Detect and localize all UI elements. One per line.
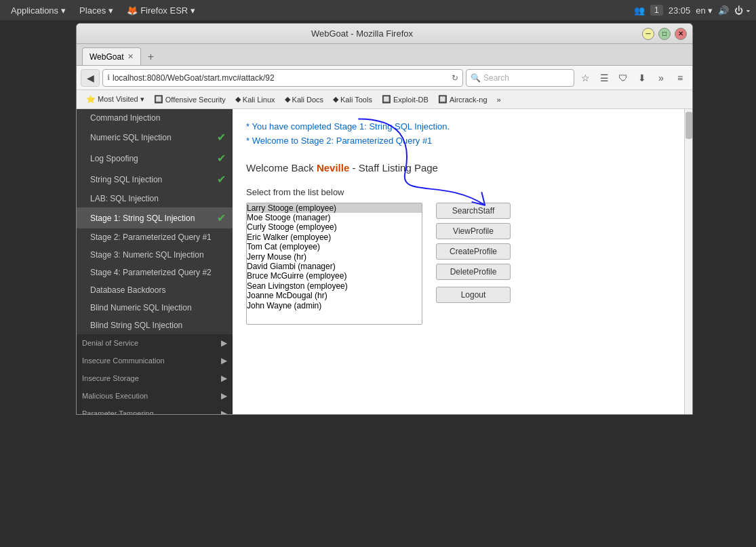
firefox-label: Firefox ESR — [140, 5, 188, 16]
page-title-text: - Staff Listing Page — [352, 162, 437, 174]
power-icon[interactable]: ⏻ ▾ — [734, 5, 751, 16]
search-placeholder: Search — [483, 73, 509, 83]
time-display: 23:05 — [669, 5, 691, 16]
bookmark-offensive-security[interactable]: 🔲 Offensive Security — [150, 94, 230, 105]
stage2-welcome-text: * Welcome to Stage 2: Parameterized Quer… — [246, 134, 671, 148]
scrollbar-thumb[interactable] — [685, 112, 692, 139]
welcome-section: Welcome Back Neville - Staff Listing Pag… — [246, 162, 671, 174]
more-tools-icon[interactable]: » — [653, 70, 669, 86]
most-visited-label: Most Visited ▾ — [98, 95, 144, 104]
tab-close-icon[interactable]: ✕ — [127, 52, 134, 61]
applications-menu[interactable]: Applications ▾ — [5, 4, 71, 17]
kali-docs-icon: ◆ — [285, 95, 290, 104]
logout-button[interactable]: Logout — [436, 287, 511, 303]
new-tab-button[interactable]: + — [142, 49, 159, 65]
staff-list-select[interactable]: Larry Stooge (employee)Moe Stooge (manag… — [246, 203, 422, 325]
welcome-text: Welcome Back — [246, 162, 317, 174]
sidebar-item-stage4[interactable]: Stage 4: Parameterized Query #2 — [77, 264, 233, 281]
reading-list-icon[interactable]: ☰ — [596, 70, 612, 86]
sidebar-item-stage1[interactable]: Stage 1: String SQL Injection ✔ — [77, 207, 233, 228]
username-text: Neville — [317, 162, 349, 174]
maximize-button[interactable]: □ — [658, 28, 671, 40]
info-icon: ℹ — [107, 73, 110, 82]
chevron-param-tampering: ▶ — [221, 409, 227, 414]
places-menu[interactable]: Places ▾ — [74, 4, 119, 17]
sidebar-item-lab-sql[interactable]: LAB: SQL Injection — [77, 190, 233, 207]
most-visited-icon: ⭐ — [86, 95, 96, 104]
volume-icon[interactable]: 🔊 — [718, 5, 729, 16]
applications-chevron: ▾ — [61, 5, 66, 16]
exploit-db-label: Exploit-DB — [393, 96, 429, 104]
url-text[interactable]: localhost:8080/WebGoat/start.mvc#attack/… — [113, 73, 449, 83]
close-button[interactable]: ✕ — [675, 28, 687, 40]
bookmark-aircrack[interactable]: 🔲 Aircrack-ng — [434, 94, 492, 105]
staff-buttons: SearchStaff ViewProfile CreateProfile De… — [436, 203, 511, 303]
sidebar: Command Injection Numeric SQL Injection … — [77, 109, 233, 414]
sidebar-section-malicious-exec[interactable]: Malicious Execution ▶ — [77, 387, 233, 405]
system-bar: Applications ▾ Places ▾ 🦊 Firefox ESR ▾ … — [0, 0, 756, 20]
menu-icon[interactable]: ≡ — [672, 70, 688, 86]
sidebar-item-numeric-sql[interactable]: Numeric SQL Injection ✔ — [77, 127, 233, 148]
firefox-menu[interactable]: 🦊 Firefox ESR ▾ — [121, 4, 201, 17]
tab-bar: WebGoat ✕ + — [77, 44, 692, 66]
sidebar-section-param-tampering[interactable]: Parameter Tampering ▶ — [77, 405, 233, 414]
check-icon-stage1: ✔ — [217, 211, 226, 224]
view-profile-button[interactable]: ViewProfile — [436, 223, 511, 239]
sidebar-item-string-sql[interactable]: String SQL Injection ✔ — [77, 169, 233, 190]
chevron-insecure-storage: ▶ — [221, 373, 227, 383]
sidebar-section-dos[interactable]: Denial of Service ▶ — [77, 334, 233, 352]
pocket-icon[interactable]: 🛡 — [615, 70, 631, 86]
sidebar-item-command-injection[interactable]: Command Injection — [77, 109, 233, 127]
exploit-db-icon: 🔲 — [382, 95, 391, 104]
sidebar-item-db-backdoors[interactable]: Database Backdoors — [77, 281, 233, 299]
kali-docs-label: Kali Docs — [292, 96, 323, 104]
browser-title: WebGoat - Mozilla Firefox — [82, 28, 642, 39]
language-selector[interactable]: en ▾ — [696, 5, 713, 16]
browser-content: Command Injection Numeric SQL Injection … — [77, 109, 692, 414]
url-bar[interactable]: ℹ localhost:8080/WebGoat/start.mvc#attac… — [102, 69, 463, 87]
search-bar[interactable]: 🔍 Search — [466, 69, 574, 87]
staff-list-container: Larry Stooge (employee)Moe Stooge (manag… — [246, 203, 671, 325]
search-staff-button[interactable]: SearchStaff — [436, 203, 511, 219]
sidebar-item-blind-string[interactable]: Blind String SQL Injection — [77, 317, 233, 334]
main-content: * You have completed Stage 1: String SQL… — [233, 109, 684, 414]
firefox-chevron: ▾ — [191, 5, 195, 16]
places-label: Places — [79, 5, 106, 16]
kali-linux-label: Kali Linux — [243, 96, 275, 104]
bookmark-exploit-db[interactable]: 🔲 Exploit-DB — [378, 94, 433, 105]
offensive-security-icon: 🔲 — [154, 95, 163, 104]
chevron-malicious-exec: ▶ — [221, 391, 227, 401]
minimize-button[interactable]: ─ — [642, 28, 654, 40]
bookmark-kali-docs[interactable]: ◆ Kali Docs — [281, 94, 327, 105]
sidebar-item-stage2[interactable]: Stage 2: Parameterized Query #1 — [77, 228, 233, 246]
webgoat-tab[interactable]: WebGoat ✕ — [82, 47, 141, 65]
sidebar-section-insecure-comm[interactable]: Insecure Communication ▶ — [77, 352, 233, 369]
bookmarks-more[interactable]: » — [493, 94, 505, 105]
reload-icon[interactable]: ↻ — [452, 73, 458, 83]
sidebar-item-stage3[interactable]: Stage 3: Numeric SQL Injection — [77, 246, 233, 264]
select-label: Select from the list below — [246, 187, 671, 197]
bookmark-star-icon[interactable]: ☆ — [577, 70, 593, 86]
tab-label: WebGoat — [89, 52, 123, 62]
browser-window: WebGoat - Mozilla Firefox ─ □ ✕ WebGoat … — [76, 23, 693, 415]
badge-number: 1 — [650, 5, 663, 16]
kali-tools-label: Kali Tools — [340, 96, 372, 104]
back-button[interactable]: ◀ — [81, 69, 100, 87]
sidebar-item-log-spoofing[interactable]: Log Spoofing ✔ — [77, 148, 233, 169]
create-profile-button[interactable]: CreateProfile — [436, 243, 511, 260]
delete-profile-button[interactable]: DeleteProfile — [436, 264, 511, 280]
aircrack-label: Aircrack-ng — [450, 96, 488, 104]
chevron-insecure-comm: ▶ — [221, 356, 227, 365]
download-icon[interactable]: ⬇ — [634, 70, 650, 86]
bookmark-kali-linux[interactable]: ◆ Kali Linux — [231, 94, 279, 105]
sidebar-section-insecure-storage[interactable]: Insecure Storage ▶ — [77, 369, 233, 387]
offensive-security-label: Offensive Security — [165, 96, 226, 104]
title-bar: WebGoat - Mozilla Firefox ─ □ ✕ — [77, 24, 692, 44]
bookmark-most-visited[interactable]: ⭐ Most Visited ▾ — [82, 94, 148, 105]
sidebar-item-blind-numeric[interactable]: Blind Numeric SQL Injection — [77, 299, 233, 317]
check-icon-numeric-sql: ✔ — [217, 131, 226, 144]
scrollbar[interactable] — [684, 109, 692, 414]
places-chevron: ▾ — [108, 5, 113, 16]
stage-complete-message: * You have completed Stage 1: String SQL… — [246, 120, 671, 148]
bookmark-kali-tools[interactable]: ◆ Kali Tools — [329, 94, 376, 105]
